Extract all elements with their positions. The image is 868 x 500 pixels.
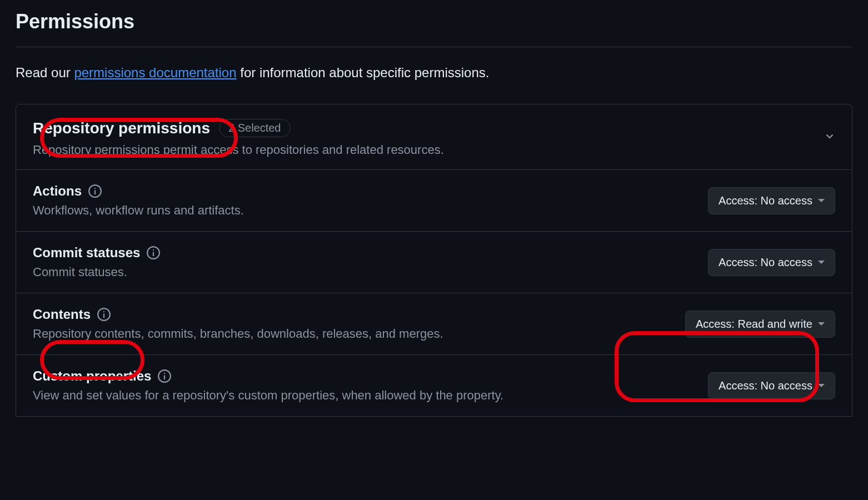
repository-permissions-section: Repository permissions 2 Selected Reposi… [16, 104, 852, 417]
permission-title: Commit statuses [33, 245, 140, 261]
intro-text: Read our permissions documentation for i… [16, 47, 852, 104]
permission-title: Actions [33, 183, 82, 199]
page-title: Permissions [16, 0, 852, 47]
permission-row-actions: Actions Workflows, workflow runs and art… [16, 170, 852, 232]
info-icon[interactable] [158, 369, 171, 383]
caret-down-icon [818, 322, 825, 326]
permission-row-contents: Contents Repository contents, commits, b… [16, 293, 852, 355]
permission-row-commit-statuses: Commit statuses Commit statuses. Access:… [16, 232, 852, 293]
intro-prefix: Read our [16, 65, 74, 80]
permission-description: Workflows, workflow runs and artifacts. [33, 203, 708, 218]
caret-down-icon [818, 199, 825, 202]
access-dropdown-commit-statuses[interactable]: Access: No access [708, 249, 835, 276]
permissions-doc-link[interactable]: permissions documentation [74, 65, 236, 80]
chevron-down-icon [823, 129, 836, 145]
access-label: Access: No access [719, 256, 812, 269]
permission-title: Contents [33, 307, 91, 322]
intro-suffix: for information about specific permissio… [237, 65, 490, 80]
section-header[interactable]: Repository permissions 2 Selected Reposi… [16, 104, 852, 170]
permission-description: Commit statuses. [33, 265, 708, 279]
selected-count-badge: 2 Selected [219, 119, 291, 137]
caret-down-icon [818, 261, 825, 264]
info-icon[interactable] [97, 308, 111, 321]
info-icon[interactable] [88, 184, 102, 198]
access-label: Access: No access [719, 379, 812, 392]
permission-title: Custom properties [33, 368, 151, 384]
access-dropdown-actions[interactable]: Access: No access [708, 187, 835, 214]
access-label: Access: Read and write [696, 318, 812, 331]
caret-down-icon [818, 384, 825, 387]
permission-description: Repository contents, commits, branches, … [33, 327, 685, 341]
section-description: Repository permissions permit access to … [33, 143, 835, 157]
section-title: Repository permissions [33, 119, 210, 137]
access-label: Access: No access [719, 194, 812, 207]
access-dropdown-contents[interactable]: Access: Read and write [685, 311, 835, 338]
permission-description: View and set values for a repository's c… [33, 388, 708, 403]
info-icon[interactable] [147, 246, 160, 259]
access-dropdown-custom-properties[interactable]: Access: No access [708, 372, 835, 399]
permission-row-custom-properties: Custom properties View and set values fo… [16, 355, 852, 416]
